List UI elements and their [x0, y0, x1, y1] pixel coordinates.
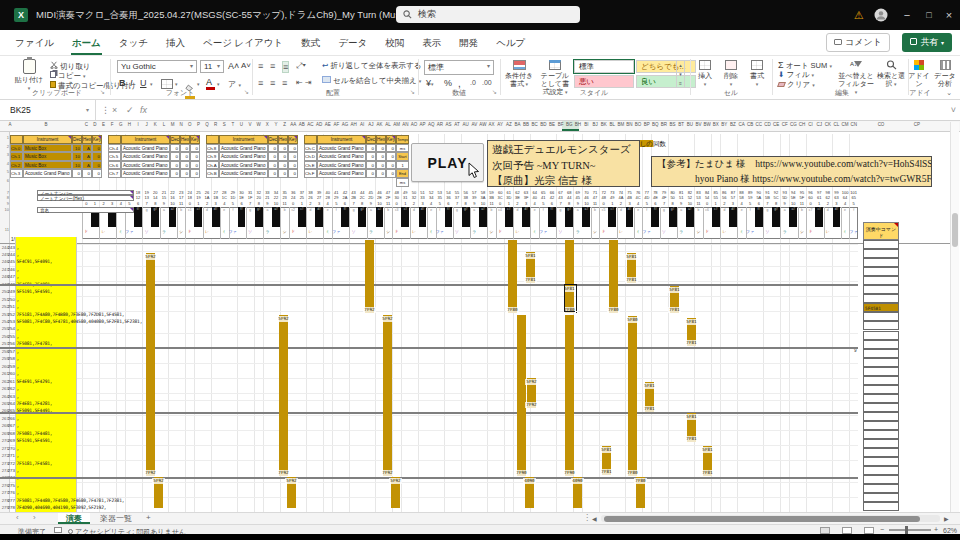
borders-dropdown[interactable]: ▾	[175, 81, 178, 87]
white-key[interactable]: c3	[392, 208, 402, 212]
sequence-number-cell[interactable]: 261	[7, 378, 15, 385]
sequence-number-cell[interactable]: 247	[7, 273, 15, 280]
instrument-value-cell[interactable]: 0	[366, 169, 376, 178]
orientation-icon[interactable]: ⤢▾	[296, 61, 306, 71]
white-key[interactable]: g	[245, 208, 255, 212]
panel-command-cell[interactable]	[863, 267, 899, 276]
instrument-value-cell[interactable]: A	[82, 144, 92, 153]
white-key[interactable]: c1	[185, 208, 195, 212]
white-key[interactable]: d	[720, 208, 730, 212]
channel-cell[interactable]: Ch.8	[206, 144, 219, 153]
panel-command-cell[interactable]	[863, 294, 899, 303]
sequence-number-cell[interactable]: 258	[7, 355, 15, 362]
black-key[interactable]: a#	[169, 207, 177, 228]
white-key[interactable]: f	[849, 208, 859, 212]
underline-dropdown[interactable]: ▾	[150, 81, 153, 87]
horizontal-scrollbar-thumb[interactable]	[604, 516, 920, 522]
sequence-number-cell[interactable]: 253	[7, 318, 15, 325]
white-key[interactable]: g	[452, 208, 462, 212]
sheet-tab-楽器一覧[interactable]: 楽器一覧	[92, 513, 140, 524]
panel-command-cell[interactable]	[863, 421, 899, 430]
white-key[interactable]: d	[823, 208, 833, 212]
insert-cells-button[interactable]: 挿入▾	[693, 59, 717, 88]
panel-command-cell[interactable]	[863, 340, 899, 349]
white-key[interactable]: f	[228, 208, 238, 212]
panel-command-cell[interactable]	[863, 412, 899, 421]
white-key[interactable]: d	[409, 208, 419, 212]
panel-command-cell[interactable]	[863, 475, 899, 484]
vertical-scrollbar-track[interactable]	[950, 122, 959, 512]
midi-command-cell[interactable]: 5F5081,7F4C80,5F4781,404580,404080,5F2F8…	[17, 318, 143, 325]
midi-command-cell[interactable]: 7F4E81,7F4281,	[17, 400, 53, 407]
instrument-value-cell[interactable]: 0	[366, 161, 376, 170]
panel-command-cell[interactable]	[863, 258, 899, 267]
midi-command-cell[interactable]: 7F5181,7F4A80,7F4B80,7F3E80,7F2D81,5F458…	[17, 311, 125, 318]
instrument-value-cell[interactable]: 0	[268, 169, 278, 178]
enter-icon[interactable]: ✓	[126, 100, 134, 120]
percent-format-button[interactable]: %	[444, 78, 452, 88]
black-key[interactable]: f#	[341, 207, 349, 228]
instrument-value-cell[interactable]: 0	[180, 169, 190, 178]
sequence-number-cell[interactable]: 267	[7, 422, 15, 429]
black-key[interactable]: g#	[565, 207, 573, 228]
sequence-number-cell[interactable]: 254	[7, 325, 15, 332]
black-key[interactable]: d#	[833, 207, 841, 228]
panel-command-cell[interactable]	[863, 502, 899, 511]
macro-record-icon[interactable]	[54, 527, 62, 533]
midi-command-cell[interactable]: ,	[17, 445, 20, 452]
row-header[interactable]: 6	[0, 178, 9, 183]
panel-command-cell[interactable]	[863, 312, 899, 321]
panel-command-cell[interactable]	[863, 249, 899, 258]
channel-cell[interactable]: Ch.9	[206, 152, 219, 161]
ribbon-tab-ヘルプ[interactable]: ヘルプ	[487, 30, 534, 55]
instrument-value-cell[interactable]: A	[82, 152, 92, 161]
sequence-number-cell[interactable]: 255	[7, 333, 15, 340]
cell-style-どちらでも...[interactable]: どちらでも...	[636, 60, 696, 73]
tempo-cell[interactable]: Start	[396, 152, 409, 161]
addins-button[interactable]: アドイン	[908, 59, 930, 88]
row-header[interactable]: 1	[0, 135, 9, 140]
instrument-name-cell[interactable]: Music Box	[23, 152, 72, 161]
black-key[interactable]: f#	[755, 207, 763, 228]
black-key[interactable]: d#	[522, 207, 530, 228]
row-header[interactable]: 8	[0, 195, 9, 200]
align-left-icon[interactable]: ≡	[258, 78, 263, 88]
black-key[interactable]: d#	[315, 207, 323, 228]
instrument-value-cell[interactable]: 0	[180, 144, 190, 153]
font-color-dropdown[interactable]: ▾	[217, 81, 220, 87]
close-button[interactable]: ×	[940, 6, 958, 24]
panel-command-cell[interactable]	[863, 448, 899, 457]
new-sheet-button[interactable]: +	[146, 513, 151, 522]
instrument-value-cell[interactable]: 0	[288, 144, 298, 153]
tempo-cell[interactable]: 1	[396, 161, 409, 170]
panel-command-cell[interactable]	[863, 331, 899, 340]
number-format-select[interactable]: 標準▾	[424, 60, 494, 75]
sequence-number-cell[interactable]: 249	[7, 288, 15, 295]
channel-cell[interactable]: Ch.A	[206, 161, 219, 170]
white-key[interactable]: a	[470, 208, 480, 212]
number-dialog-launcher[interactable]: ↘	[492, 88, 497, 95]
instrument-value-cell[interactable]: 0	[170, 144, 180, 153]
copy-button[interactable]: コピー ▾	[50, 71, 86, 81]
column-headers[interactable]: ABCDEFGHIJKLMNOPQRSTUVWXYZAAABACADAEAFAG…	[0, 121, 960, 132]
midi-command-cell[interactable]: ,	[17, 303, 20, 310]
instrument-value-cell[interactable]: A	[82, 161, 92, 170]
midi-command-cell[interactable]: ,	[17, 422, 20, 429]
midi-command-cell[interactable]: ,	[17, 482, 20, 489]
channel-cell[interactable]: Ch.D	[304, 152, 317, 161]
indent-icons[interactable]: ⇤ ⇥	[296, 78, 312, 87]
sequence-number-cell[interactable]: 244	[7, 251, 15, 258]
sequence-number-cell[interactable]: 272	[7, 460, 15, 467]
white-key[interactable]: d	[202, 208, 212, 212]
namebox-splitter[interactable]: ⋮	[101, 100, 110, 120]
conditional-formatting-button[interactable]: 条件付き書式 ▾	[502, 59, 536, 88]
black-key[interactable]: g#	[358, 207, 366, 228]
zoom-in-button[interactable]: +	[934, 526, 938, 533]
row-header[interactable]: 11	[0, 227, 9, 232]
black-key[interactable]: a#	[376, 207, 384, 228]
zoom-slider[interactable]	[889, 529, 931, 531]
sequence-number-cell[interactable]: 262	[7, 385, 15, 392]
note-bar[interactable]	[609, 240, 618, 313]
channel-cell[interactable]: Ch.4	[108, 144, 121, 153]
panel-command-cell[interactable]	[863, 321, 899, 330]
